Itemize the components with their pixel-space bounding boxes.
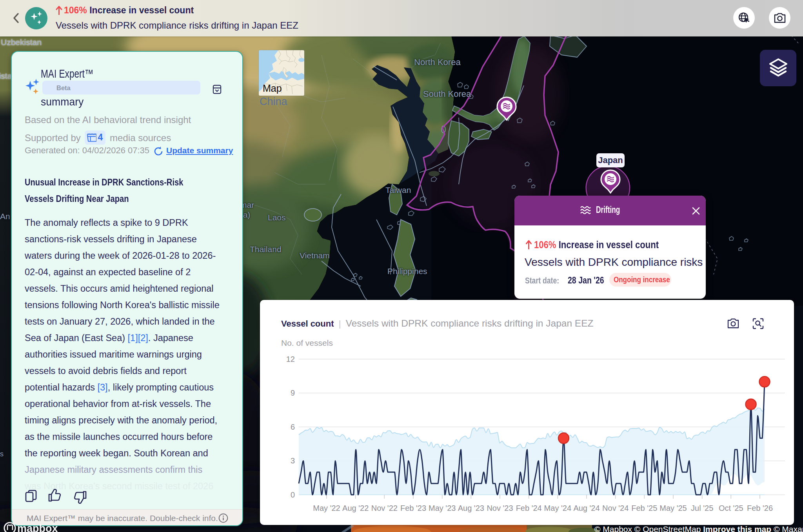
svg-text:Nov '24: Nov '24 (602, 504, 629, 512)
svg-text:Feb '26: Feb '26 (747, 504, 773, 512)
svg-text:mapbox: mapbox (17, 523, 58, 532)
svg-text:Feb '23: Feb '23 (400, 504, 426, 512)
svg-text:Oct '25: Oct '25 (719, 504, 743, 512)
svg-text:0: 0 (291, 490, 295, 499)
svg-text:Jul '25: Jul '25 (691, 504, 713, 512)
svg-text:Aug '22: Aug '22 (342, 504, 369, 512)
svg-text:Nov '23: Nov '23 (487, 504, 513, 512)
svg-text:Aug '24: Aug '24 (573, 504, 600, 512)
svg-text:9: 9 (291, 389, 295, 397)
svg-text:6: 6 (291, 423, 295, 431)
svg-text:May '22: May '22 (313, 504, 340, 512)
svg-text:Aug '23: Aug '23 (458, 504, 484, 512)
svg-text:May '24: May '24 (544, 504, 571, 512)
svg-text:Nov '22: Nov '22 (371, 504, 398, 512)
svg-text:12: 12 (286, 355, 295, 363)
svg-text:Feb '24: Feb '24 (516, 504, 542, 512)
svg-text:May '23: May '23 (429, 504, 456, 512)
svg-text:3: 3 (291, 456, 295, 465)
svg-text:Feb '25: Feb '25 (631, 504, 657, 512)
svg-text:May '25: May '25 (659, 504, 687, 512)
